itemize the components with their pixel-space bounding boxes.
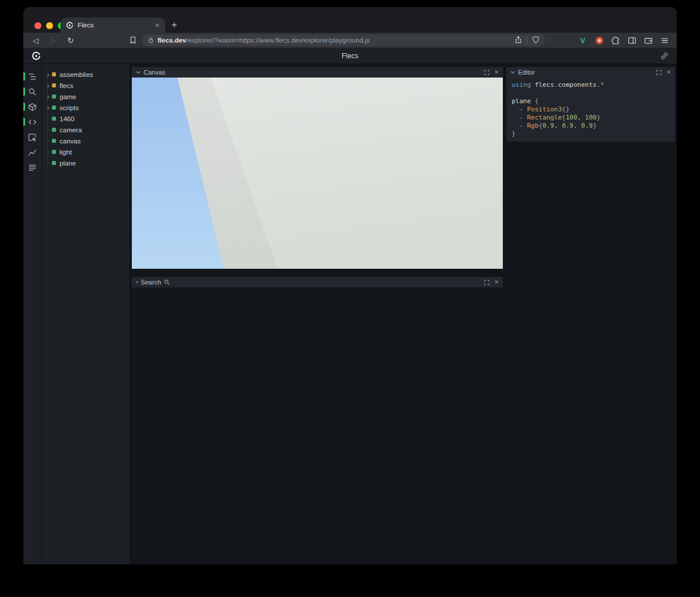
menu-icon[interactable] bbox=[659, 35, 670, 45]
fullscreen-icon[interactable] bbox=[484, 280, 489, 285]
entity-color-swatch bbox=[52, 139, 56, 143]
log-icon[interactable] bbox=[23, 160, 41, 175]
code-icon[interactable] bbox=[23, 114, 41, 129]
app-title: Flecs bbox=[23, 52, 677, 60]
tree-connector bbox=[44, 157, 52, 168]
tree-item-flecs[interactable]: ›flecs bbox=[42, 80, 130, 91]
app-header: Flecs bbox=[23, 48, 677, 64]
app-body: ›assemblies›flecs›game›scripts1460camera… bbox=[23, 64, 677, 564]
search-panel: • Search ✕ bbox=[132, 277, 503, 287]
code-line: - Position3{} bbox=[512, 106, 670, 114]
code-line: } bbox=[512, 130, 670, 138]
new-tab-button[interactable]: + bbox=[172, 20, 177, 30]
canvas-panel-title: Canvas bbox=[144, 69, 165, 76]
chevron-down-icon[interactable] bbox=[136, 69, 141, 76]
editor-panel-title: Editor bbox=[518, 69, 535, 76]
link-icon[interactable] bbox=[660, 52, 668, 60]
browser-tab[interactable]: Flecs ✕ bbox=[61, 17, 165, 33]
code-line: - Rgb{0.9, 0.9, 0.9} bbox=[512, 122, 670, 130]
url-path: /explorer/?wasm=https://www.flecs.dev/ex… bbox=[186, 37, 370, 44]
editor-panel-header: Editor ✕ bbox=[506, 67, 675, 78]
expand-chevron-icon[interactable]: › bbox=[44, 104, 52, 111]
url-bar-divider bbox=[527, 37, 527, 44]
url-bar[interactable]: flecs.dev/explorer/?wasm=https://www.fle… bbox=[142, 34, 545, 46]
tree-item-game[interactable]: ›game bbox=[42, 91, 130, 102]
bullet-icon: • bbox=[136, 279, 138, 285]
close-icon[interactable]: ✕ bbox=[494, 70, 499, 75]
expand-chevron-icon[interactable]: › bbox=[44, 71, 52, 78]
wallet-icon[interactable] bbox=[643, 35, 653, 45]
expand-chevron-icon[interactable]: › bbox=[44, 93, 52, 100]
canvas-panel-header: Canvas ✕ bbox=[132, 67, 503, 78]
entity-color-swatch bbox=[52, 117, 56, 121]
entity-tree-icon[interactable] bbox=[23, 69, 41, 84]
query-search-icon[interactable] bbox=[23, 84, 41, 99]
tree-item-1460[interactable]: 1460 bbox=[42, 113, 130, 124]
flecs-explorer-app: Flecs ›assemblies›flecs›game›scripts1460… bbox=[23, 48, 677, 564]
sidebar-toggle-icon[interactable] bbox=[626, 35, 637, 45]
tab-strip: Flecs ✕ + bbox=[23, 7, 677, 33]
canvas-3d-view[interactable] bbox=[132, 78, 503, 269]
inspector-icon[interactable] bbox=[23, 129, 41, 145]
icon-rail bbox=[23, 64, 42, 564]
editor-panel: Editor ✕ using flecs.components.*plane {… bbox=[506, 67, 675, 142]
tree-item-label: light bbox=[60, 149, 72, 156]
tree-connector bbox=[44, 146, 52, 157]
fullscreen-icon[interactable] bbox=[656, 70, 662, 75]
search-panel-title: Search bbox=[141, 279, 161, 286]
tree-item-label: assemblies bbox=[60, 71, 93, 78]
code-line: plane { bbox=[512, 97, 670, 106]
minimize-window-button[interactable] bbox=[46, 22, 53, 29]
lock-icon bbox=[148, 37, 154, 44]
tree-item-label: scripts bbox=[60, 104, 79, 111]
main-area: Canvas ✕ bbox=[130, 64, 677, 564]
entity-tree: ›assemblies›flecs›game›scripts1460camera… bbox=[42, 69, 130, 168]
tree-item-label: plane bbox=[60, 160, 76, 167]
entity-color-swatch bbox=[52, 128, 56, 132]
tree-item-light[interactable]: light bbox=[42, 146, 130, 157]
editor-code[interactable]: using flecs.components.*plane { - Positi… bbox=[506, 78, 675, 142]
expand-chevron-icon[interactable]: › bbox=[44, 82, 52, 89]
tab-title: Flecs bbox=[78, 22, 151, 29]
chevron-down-icon[interactable] bbox=[510, 69, 515, 76]
bookmark-icon[interactable] bbox=[128, 36, 138, 44]
tree-item-scripts[interactable]: ›scripts bbox=[42, 102, 130, 113]
tree-item-plane[interactable]: plane bbox=[42, 157, 130, 168]
tree-connector bbox=[44, 124, 52, 135]
entity-color-swatch bbox=[52, 106, 56, 110]
tab-close-icon[interactable]: ✕ bbox=[155, 22, 160, 29]
tree-item-camera[interactable]: camera bbox=[42, 124, 130, 135]
entity-tree-panel: ›assemblies›flecs›game›scripts1460camera… bbox=[42, 64, 130, 564]
extension-v-icon[interactable]: V bbox=[578, 35, 588, 45]
close-icon[interactable]: ✕ bbox=[666, 70, 671, 75]
entity-color-swatch bbox=[52, 83, 56, 87]
tree-connector bbox=[44, 113, 52, 124]
close-window-button[interactable] bbox=[34, 22, 41, 29]
tree-connector bbox=[44, 135, 52, 146]
entity-color-swatch bbox=[52, 72, 56, 76]
code-line: using flecs.components.* bbox=[512, 81, 670, 89]
url-domain: flecs.dev bbox=[158, 37, 186, 44]
forward-button[interactable]: ▷ bbox=[48, 37, 58, 44]
back-button[interactable]: ◁ bbox=[30, 37, 41, 44]
entity-color-swatch bbox=[52, 161, 56, 165]
fullscreen-icon[interactable] bbox=[484, 70, 489, 75]
tree-item-canvas[interactable]: canvas bbox=[42, 135, 130, 146]
tree-item-assemblies[interactable]: ›assemblies bbox=[42, 69, 130, 80]
search-panel-header: • Search ✕ bbox=[132, 277, 503, 287]
reload-button[interactable]: ↻ bbox=[65, 37, 76, 44]
close-icon[interactable]: ✕ bbox=[494, 280, 499, 285]
extension-circle-icon[interactable] bbox=[594, 35, 604, 45]
share-icon[interactable] bbox=[514, 36, 522, 45]
tree-item-label: flecs bbox=[60, 82, 74, 89]
brave-shield-icon[interactable] bbox=[532, 36, 540, 45]
tree-item-label: game bbox=[60, 93, 76, 100]
tree-item-label: canvas bbox=[60, 138, 80, 145]
canvas-panel: Canvas ✕ bbox=[132, 67, 503, 269]
stats-chart-icon[interactable] bbox=[23, 145, 41, 160]
entities-cube-icon[interactable] bbox=[23, 99, 41, 114]
code-line: - Rectangle{100, 100} bbox=[512, 114, 670, 122]
entity-color-swatch bbox=[52, 94, 56, 99]
extensions-puzzle-icon[interactable] bbox=[610, 35, 621, 45]
tree-item-label: camera bbox=[60, 127, 82, 134]
